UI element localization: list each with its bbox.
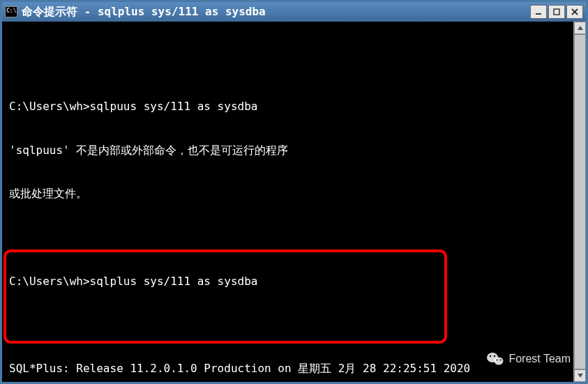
titlebar[interactable]: 命令提示符 - sqlplus sys/111 as sysdba xyxy=(2,2,586,22)
svg-point-5 xyxy=(495,358,504,365)
window-controls xyxy=(530,5,583,19)
svg-point-7 xyxy=(494,355,495,357)
svg-marker-10 xyxy=(578,26,583,30)
watermark-text: Forest Team xyxy=(508,353,571,365)
terminal-line xyxy=(9,56,579,71)
terminal-content[interactable]: C:\Users\wh>sqlpuus sys/111 as sysdba 's… xyxy=(2,22,586,382)
vertical-scrollbar[interactable] xyxy=(573,22,586,382)
svg-point-8 xyxy=(497,360,498,361)
terminal-line: C:\Users\wh>sqlplus sys/111 as sysdba xyxy=(9,275,579,289)
close-button[interactable] xyxy=(566,5,583,19)
terminal-line: 或批处理文件。 xyxy=(9,187,579,201)
svg-point-9 xyxy=(500,360,502,361)
scroll-down-button[interactable] xyxy=(574,369,586,382)
window-title: 命令提示符 - sqlplus sys/111 as sysdba xyxy=(22,5,530,20)
maximize-button[interactable] xyxy=(548,5,565,19)
command-prompt-window: 命令提示符 - sqlplus sys/111 as sysdba C:\Use… xyxy=(0,0,588,384)
terminal-line: 'sqlpuus' 不是内部或外部命令，也不是可运行的程序 xyxy=(9,144,579,158)
svg-rect-1 xyxy=(554,9,559,15)
svg-marker-11 xyxy=(578,374,583,378)
terminal-line: C:\Users\wh>sqlpuus sys/111 as sysdba xyxy=(9,100,579,114)
scroll-up-button[interactable] xyxy=(574,22,586,34)
cmd-icon xyxy=(5,6,17,17)
terminal-line xyxy=(9,231,579,245)
terminal-line xyxy=(9,318,579,332)
minimize-button[interactable] xyxy=(530,5,547,19)
svg-point-6 xyxy=(490,355,491,357)
scrollbar-thumb[interactable] xyxy=(574,34,586,369)
watermark: Forest Team xyxy=(486,351,571,367)
wechat-icon xyxy=(486,351,504,367)
scrollbar-track[interactable] xyxy=(574,34,586,369)
